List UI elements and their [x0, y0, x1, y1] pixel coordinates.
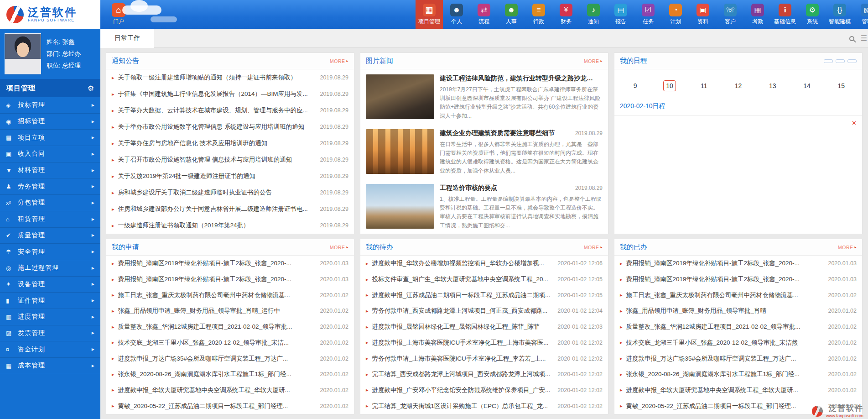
more-link[interactable]: MORE ▸ — [584, 245, 603, 250]
top-nav-item[interactable]: ▦ 考勤 — [744, 0, 771, 29]
gear-icon[interactable]: ⚙ — [88, 84, 94, 93]
apply-item[interactable]: ▸ 进度款申报_万达广场35#会所及咖啡厅空调安装工程_万达广... 2020.… — [106, 351, 354, 367]
top-nav-item[interactable]: {} 智能建模 — [826, 0, 853, 29]
sidebar-menu-item[interactable]: ▤ 项目立项 ▶ — [0, 130, 100, 146]
done-item[interactable]: ▸ 进度款申报_万达广场35#会所及咖啡厅空调安装工程_万达广... 2020.… — [614, 351, 862, 367]
sidebar-menu-item[interactable]: ▥ 进度管理 ▶ — [0, 309, 100, 325]
todo-item[interactable]: ▸ 进度款申报_华软办公楼增加视频监控项目_华软办公楼增加视... 2020-0… — [360, 256, 608, 272]
sidebar-menu-item[interactable]: ☂ 安全管理 ▶ — [0, 244, 100, 260]
done-item[interactable]: ▸ 进度款申报_华软大厦研究基地中央空调系统工程_华软大厦研... 2020.0… — [614, 382, 862, 398]
top-nav-item[interactable]: ▧ 管理 — [853, 0, 868, 29]
top-nav-item[interactable]: ⚙ 系统 — [799, 0, 826, 29]
calendar-date[interactable]: 9 — [618, 80, 652, 91]
notice-item[interactable]: ▸ 关于领取一级注册建造师增项贴的通知（须持一建证书前来领取） 2019.08.… — [106, 69, 354, 86]
tab-daily-work[interactable]: 日常工作 — [100, 29, 154, 48]
search-icon[interactable] — [849, 36, 854, 41]
todo-item[interactable]: ▸ 完工结算_西安成都路龙潭上河城项目_西安成都路龙潭上河城项... 2020-… — [360, 367, 608, 382]
notice-item[interactable]: ▸ 关于召开市政公用设施智慧化管理 信息技术与应用培训班的通知 2019.08.… — [106, 152, 354, 168]
apply-item[interactable]: ▸ 进度款申报_华软大厦研究基地中央空调系统工程_华软大厦研... 2020.0… — [106, 382, 354, 398]
top-nav-item[interactable]: ♪ 通知 — [580, 0, 607, 29]
top-nav-item[interactable]: ▦ 项目管理 — [416, 0, 443, 29]
todo-item[interactable]: ▸ 进度款申报_上海市美容医院ICU手术室净化工程_上海市美容医... 2020… — [360, 335, 608, 351]
top-nav-item[interactable]: ▤ 报告 — [607, 0, 634, 29]
sidebar-menu-item[interactable]: ◉ 招标管理 ▶ — [0, 114, 100, 130]
sidebar-menu-item[interactable]: ✔ 质量管理 ▶ — [0, 228, 100, 244]
sidebar-menu-item[interactable]: ◎ 施工过程管理 ▶ — [0, 260, 100, 277]
notice-item[interactable]: ▸ 关于举办大数据、云计算技术在城市建设、规划、管理与服务中的应... 2019… — [106, 102, 354, 119]
calendar-date[interactable]: 14 — [790, 80, 824, 91]
calendar-date[interactable]: 12 — [721, 80, 755, 91]
close-icon[interactable]: ✕ — [852, 120, 857, 126]
apply-item[interactable]: ▸ 张鑫_用品领用申请_账簿_财务用品_领导审批_肖晴_运行中 2020.01.… — [106, 303, 354, 319]
top-nav-item[interactable]: ☑ 任务 — [634, 0, 662, 29]
todo-item[interactable]: ▸ 劳务付款申请_西安成都路龙潭上河城项目_何正茂_西安成都路... 2020-… — [360, 303, 608, 319]
top-nav-item[interactable]: ☻ 人事 — [498, 0, 525, 29]
sidebar-menu-item[interactable]: ¤ 资金计划 ▶ — [0, 341, 100, 358]
notice-item[interactable]: ▸ 关于举办市政公用设施数字化管理信息 系统建设与应用培训班的通知 2019.0… — [106, 119, 354, 135]
apply-item[interactable]: ▸ 黄敏_2020-05-22_江苏成品油二期项目一标段工程_部门经理... 2… — [106, 398, 354, 414]
sidebar-menu-item[interactable]: ▮ 证件管理 ▶ — [0, 293, 100, 309]
done-item[interactable]: ▸ 张永银_2020-08-26_湖南洞庭湖水库引水工程施工1标_部门经... … — [614, 367, 862, 382]
apply-item[interactable]: ▸ 质量整改_张鑫_华润12城房建工程项目_2021-02-02_领导审批...… — [106, 319, 354, 335]
sidebar-menu-item[interactable]: ▼ 材料管理 ▶ — [0, 162, 100, 179]
sidebar-menu-item[interactable]: ▨ 发票管理 ▶ — [0, 325, 100, 342]
more-link[interactable]: MORE ▸ — [330, 245, 348, 250]
bullet-arrow-icon: ▸ — [112, 277, 114, 283]
done-item[interactable]: ▸ 施工日志_张鑫_重庆太极制药有限公司亳州中药材仓储物流基... 2020.0… — [614, 287, 862, 303]
top-nav-item[interactable]: ¥ 财务 — [552, 0, 580, 29]
more-link[interactable]: MORE ▸ — [584, 58, 603, 64]
sidebar-menu-item[interactable]: ◈ 投标管理 ▶ — [0, 97, 100, 114]
more-link[interactable]: MORE ▸ — [330, 58, 348, 64]
top-nav-item[interactable]: ☻ 个人 — [443, 0, 470, 29]
top-nav-item[interactable]: ▣ 资料 — [689, 0, 717, 29]
todo-item[interactable]: ▸ 投标文件审查_胡广生_华软大厦研究基地中央空调系统工程_20... 2020… — [360, 272, 608, 288]
top-nav-item[interactable]: ☏ 客户 — [717, 0, 744, 29]
todo-item[interactable]: ▸ 进度款申报_晟铭园林绿化工程_晟铭园林绿化工程_陈菲_陈菲 2020-01-… — [360, 319, 608, 335]
list-toggle-icon[interactable]: ☰ — [861, 35, 867, 42]
schedule-nav-button[interactable] — [824, 59, 833, 63]
news-item[interactable]: 工程造价审核的要点 2019.08.29 1、核准工程量。工程量是编制决算最基本… — [360, 179, 608, 234]
todo-item[interactable]: ▸ 进度款申报_江苏成品油二期项目一标段工程_江苏成品油二期项... 2020-… — [360, 287, 608, 303]
sidebar-menu-item[interactable]: ✦ 设备管理 ▶ — [0, 277, 100, 293]
sidebar-menu-item[interactable]: ▦ 成本管理 ▶ — [0, 358, 100, 374]
done-item[interactable]: ▸ 技术交底_龙湖三千里小区_张鑫_2020-12-02_领导审批_宋洁然 20… — [614, 335, 862, 351]
todo-item[interactable]: ▸ 劳务付款申请_上海市美容医院ICU手术室净化工程_李若若_上... 2020… — [360, 351, 608, 367]
apply-item[interactable]: ▸ 施工日志_张鑫_重庆太极制药有限公司亳州中药材仓储物流基... 2020.0… — [106, 287, 354, 303]
notice-item[interactable]: ▸ 于征集《中国建筑施工行业信息化发展报告（2014）—BIM应用与发... 2… — [106, 86, 354, 102]
calendar-date[interactable]: 15 — [824, 80, 858, 91]
top-nav-item[interactable]: ℹ 基础信息 — [771, 0, 799, 29]
notice-item[interactable]: ▸ 住房和城乡建设部办公厅关于同意吉林省开展二级建造师注册证书电... 2019… — [106, 201, 354, 217]
todo-item[interactable]: ▸ 进度款申报_广安邓小平纪念馆安全防范系统维护保养项目_广安... 2020-… — [360, 382, 608, 398]
top-nav-item[interactable]: ◔ 计划 — [662, 0, 689, 29]
notice-item[interactable]: ▸ 关于发放2019年第24批一级建造师注册证书的通知 2019.08.29 — [106, 168, 354, 184]
done-item[interactable]: ▸ 费用报销_潼南区2019年绿化补贴项目-施工2标段_张鑫_2020-... … — [614, 272, 862, 288]
sidebar-menu-item[interactable]: x² 分包管理 ▶ — [0, 195, 100, 211]
more-link[interactable]: MORE ▸ — [838, 245, 857, 250]
portal-button[interactable]: ⌂ 门户 — [104, 0, 133, 29]
sidebar-menu-item[interactable]: ♟ 劳务管理 ▶ — [0, 178, 100, 195]
schedule-nav-button[interactable] — [847, 59, 857, 63]
apply-item[interactable]: ▸ 费用报销_潼南区2019年绿化补贴项目-施工2标段_张鑫_2020-... … — [106, 256, 354, 272]
calendar-date[interactable]: 13 — [755, 80, 790, 91]
done-item[interactable]: ▸ 费用报销_潼南区2019年绿化补贴项目-施工2标段_张鑫_2020-... … — [614, 256, 862, 272]
news-item[interactable]: 建筑企业办理建筑资质需要注意哪些细节 2019.08.29 在日常生活中，很多人… — [360, 124, 608, 179]
sidebar-menu-item[interactable]: ▣ 收入合同 ▶ — [0, 146, 100, 162]
schedule-nav-button[interactable] — [836, 59, 845, 63]
apply-item[interactable]: ▸ 费用报销_潼南区2019年绿化补贴项目-施工2标段_张鑫_2020-... … — [106, 272, 354, 288]
top-nav-item[interactable]: ≡ 行政 — [525, 0, 552, 29]
top-nav-item[interactable]: ⇄ 流程 — [470, 0, 498, 29]
calendar-date[interactable]: 11 — [687, 80, 721, 91]
apply-item[interactable]: ▸ 技术交底_龙湖三千里小区_张鑫_2020-12-02_领导审批_宋洁... … — [106, 335, 354, 351]
done-item[interactable]: ▸ 质量整改_张鑫_华润12城房建工程项目_2021-02-02_领导审批...… — [614, 319, 862, 335]
calendar-date[interactable]: 10 — [652, 80, 686, 91]
item-text: 进度款申报_万达广场35#会所及咖啡厅空调安装工程_万达广... — [118, 355, 317, 363]
notice-item[interactable]: ▸ 关于举办住房与房地产信息化 技术及应用培训班的通知 2019.08.29 — [106, 135, 354, 152]
todo-item[interactable]: ▸ 完工结算_龙湖天街城1区设计采购施工（EPC）总承包工程_龙... 2020… — [360, 398, 608, 414]
news-item[interactable]: 建设工程法律风险防范，建筑行业转型升级之路沙龙活动 2019年7月27日下午，土… — [360, 69, 608, 124]
notice-item[interactable]: ▸ 房和城乡建设厅关于取消二级建造师临时执业证书的公告 2019.08.29 — [106, 184, 354, 201]
sidebar-menu-item[interactable]: ⌂ 租赁管理 ▶ — [0, 211, 100, 228]
item-text: 施工日志_张鑫_重庆太极制药有限公司亳州中药材仓储物流基... — [118, 291, 317, 299]
notice-item[interactable]: ▸ 一级建造师注册证书领取通知（2019年第24批） 2019.08.29 — [106, 217, 354, 234]
apply-item[interactable]: ▸ 张永银_2020-08-26_湖南洞庭湖水库引水工程施工1标_部门经... … — [106, 367, 354, 382]
done-item[interactable]: ▸ 张鑫_用品领用申请_账簿_财务用品_领导审批_肖晴 2020.01.02 — [614, 303, 862, 319]
